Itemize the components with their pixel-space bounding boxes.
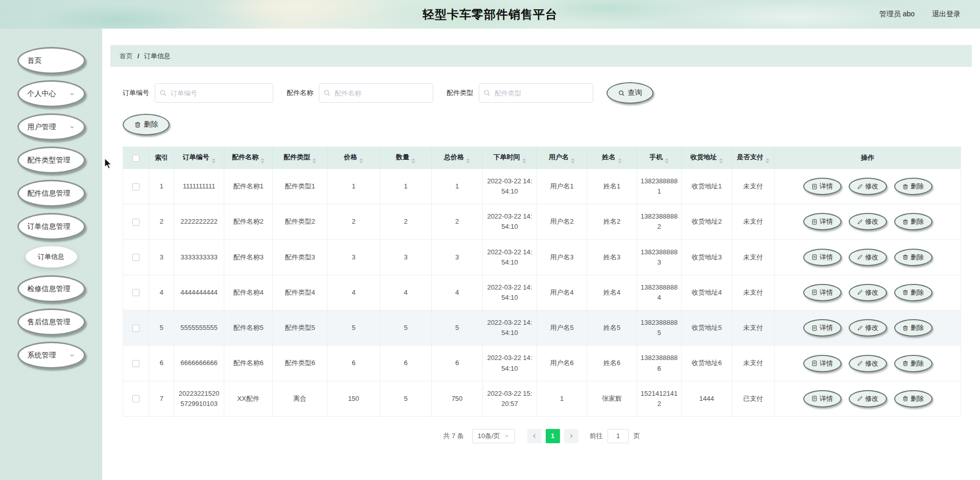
cell-price: 6 [328,346,380,381]
breadcrumb-separator: / [137,52,139,60]
edit-button[interactable]: 修改 [849,178,887,195]
delete-button[interactable]: 删除 [894,178,932,195]
page-title: 轻型卡车零部件销售平台 [423,7,557,22]
sort-caret-icon[interactable] [522,158,526,163]
logout-link[interactable]: 退出登录 [932,10,961,19]
document-icon [811,325,818,331]
field-label: 配件类型 [447,88,473,98]
row-checkbox[interactable] [132,325,139,332]
cell-qty: 5 [380,310,432,346]
delete-button[interactable]: 删除 [894,213,932,230]
column-header-数量[interactable]: 数量 [380,147,432,169]
total-count-label: 共 7 条 [443,431,463,441]
cell-order_no: 202232215205729910103 [174,381,224,416]
delete-button[interactable]: 删除 [894,390,932,407]
sort-caret-icon[interactable] [665,158,669,163]
sort-caret-icon[interactable] [411,158,415,163]
column-header-手机[interactable]: 手机 [637,147,682,169]
detail-button[interactable]: 详情 [803,178,842,195]
sidebar-item-系统管理[interactable]: 系统管理 [17,342,85,369]
detail-button[interactable]: 详情 [803,249,842,266]
detail-button[interactable]: 详情 [803,213,842,230]
part-type-input[interactable] [479,83,593,103]
column-header-索引: 索引 [149,147,174,169]
column-header-姓名[interactable]: 姓名 [587,147,637,169]
pen-icon [857,219,863,225]
sort-caret-icon[interactable] [719,158,723,163]
detail-button[interactable]: 详情 [803,284,842,301]
column-header-用户名[interactable]: 用户名 [537,147,587,169]
row-checkbox[interactable] [132,254,139,261]
page-number-button[interactable]: 1 [546,429,560,443]
delete-button[interactable]: 删除 [894,319,932,337]
row-actions-cell: 详情修改删除 [775,239,961,275]
column-header-订单编号[interactable]: 订单编号 [174,147,224,169]
sort-caret-icon[interactable] [261,158,265,163]
pagination: 共 7 条 10条/页 1 前往 页 [123,429,961,443]
sidebar-item-个人中心[interactable]: 个人中心 [17,80,85,107]
column-header-配件类型[interactable]: 配件类型 [273,147,328,169]
edit-button[interactable]: 修改 [849,355,887,372]
detail-button[interactable]: 详情 [803,390,842,407]
sort-caret-icon[interactable] [571,158,575,163]
sidebar-item-首页[interactable]: 首页 [17,47,85,74]
sidebar-item-配件类型管理[interactable]: 配件类型管理 [17,147,85,174]
cell-price: 5 [328,310,380,346]
column-header-收货地址[interactable]: 收货地址 [682,147,732,169]
cell-paid: 未支付 [732,275,775,310]
sort-caret-icon[interactable] [618,158,622,163]
next-page-button[interactable] [564,429,578,443]
sort-caret-icon[interactable] [765,158,769,163]
delete-button[interactable]: 删除 [894,355,932,372]
breadcrumb-home[interactable]: 首页 [120,52,133,61]
goto-page-input[interactable] [608,429,629,443]
query-button[interactable]: 查询 [606,82,654,104]
page-size-select[interactable]: 10条/页 [472,429,515,443]
detail-button[interactable]: 详情 [803,355,842,372]
cell-phone: 13823888883 [637,239,682,275]
sort-caret-icon[interactable] [312,158,316,163]
edit-button[interactable]: 修改 [849,390,887,407]
row-checkbox[interactable] [132,395,139,402]
sort-caret-icon[interactable] [212,158,216,163]
order-no-input[interactable] [155,83,273,103]
sidebar-item-订单信息管理[interactable]: 订单信息管理 [17,213,85,240]
sidebar-subitem-订单信息[interactable]: 订单信息 [26,246,77,268]
row-actions-cell: 详情修改删除 [775,346,961,381]
part-name-input[interactable] [319,83,433,103]
document-icon [811,289,818,296]
cell-total: 1 [432,169,483,204]
edit-button[interactable]: 修改 [849,284,887,301]
cell-time: 2022-03-22 14:54:10 [483,239,537,275]
sidebar-item-配件信息管理[interactable]: 配件信息管理 [17,180,85,207]
table-row: 11111111111配件名称1配件类型11112022-03-22 14:54… [123,169,961,204]
detail-button[interactable]: 详情 [803,319,842,337]
column-header-总价格[interactable]: 总价格 [432,147,483,169]
delete-button[interactable]: 删除 [894,284,932,301]
edit-button[interactable]: 修改 [849,213,887,230]
select-all-checkbox[interactable] [132,155,139,162]
sidebar-item-检修信息管理[interactable]: 检修信息管理 [17,275,85,302]
row-checkbox[interactable] [132,183,139,190]
column-header-是否支付[interactable]: 是否支付 [732,147,775,169]
cell-address: 收货地址5 [682,310,732,346]
column-header-label: 收货地址 [690,153,717,161]
sort-caret-icon[interactable] [359,158,363,163]
column-header-配件名称[interactable]: 配件名称 [224,147,273,169]
row-select-cell [123,346,149,381]
column-header-下单时间[interactable]: 下单时间 [483,147,537,169]
sidebar-item-售后信息管理[interactable]: 售后信息管理 [17,308,85,335]
prev-page-button[interactable] [527,429,542,443]
delete-button[interactable]: 删除 [894,249,932,266]
sidebar-item-用户管理[interactable]: 用户管理 [17,113,85,140]
toolbar: 删除 [123,114,972,135]
batch-delete-button[interactable]: 删除 [123,114,170,135]
edit-button[interactable]: 修改 [849,319,887,337]
row-checkbox[interactable] [132,289,139,296]
action-button-label: 详情 [820,253,833,262]
column-header-价格[interactable]: 价格 [328,147,380,169]
row-checkbox[interactable] [132,219,139,226]
edit-button[interactable]: 修改 [849,249,887,266]
row-checkbox[interactable] [132,360,139,367]
sort-caret-icon[interactable] [466,158,470,163]
